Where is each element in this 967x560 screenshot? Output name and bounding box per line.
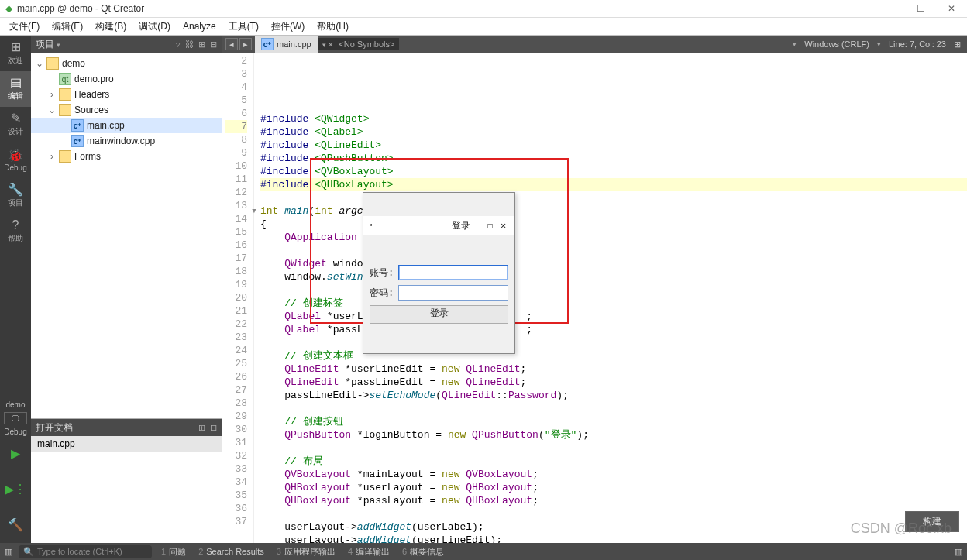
menu-build[interactable]: 构建(B) [89, 19, 132, 35]
close-button[interactable]: ✕ [936, 0, 967, 17]
chevron-down-icon[interactable]: ▾ [57, 41, 60, 49]
mode-projects[interactable]: 🔧项目 [0, 178, 31, 214]
add-icon[interactable]: ⊞ [198, 40, 205, 50]
menu-file[interactable]: 文件(F) [3, 19, 46, 35]
mode-design[interactable]: ✎设计 [0, 107, 31, 143]
dialog-close-button[interactable]: ✕ [497, 220, 510, 232]
filter-icon[interactable]: ▿ [176, 40, 181, 50]
menu-tools[interactable]: 工具(T) [222, 19, 265, 35]
pencil-icon: ✎ [11, 112, 21, 125]
run-button[interactable]: ▶ [0, 436, 31, 472]
play-icon: ▶ [11, 448, 20, 460]
login-button[interactable]: 登录 [370, 305, 508, 324]
code-line[interactable] [260, 507, 967, 520]
mode-debug[interactable]: 🐞Debug [0, 143, 31, 178]
tree-item[interactable]: qtdemo.pro [31, 71, 222, 87]
mode-welcome[interactable]: ⊞欢迎 [0, 36, 31, 71]
open-docs-header: 打开文档 ⊞ ⊟ [31, 419, 222, 436]
tree-item-label: main.cpp [87, 120, 125, 131]
back-icon[interactable]: ◂ [225, 38, 238, 50]
code-line[interactable]: QHBoxLayout *userLayout = new QHBoxLayou… [260, 481, 967, 494]
split-editor-icon[interactable]: ⊞ [954, 40, 961, 50]
editor-area: ◂ ▸ c⁺ main.cpp ▾ ✕ <No Symbols> ▾ Windo… [222, 36, 967, 543]
code-line[interactable]: QHBoxLayout *passLayout = new QHBoxLayou… [260, 494, 967, 507]
username-input[interactable] [398, 265, 508, 280]
tree-item[interactable]: ⌄demo [31, 56, 222, 71]
status-output-tab[interactable]: 4 编译输出 [345, 546, 393, 558]
debug-run-button[interactable]: ▶⋮ [0, 472, 31, 507]
twisty-icon[interactable]: › [48, 151, 56, 162]
tree-item[interactable]: c⁺main.cpp [31, 118, 222, 133]
code-line[interactable]: #include <QVBoxLayout> [260, 165, 967, 178]
menu-window[interactable]: 控件(W) [265, 19, 311, 35]
twisty-icon[interactable]: › [48, 89, 56, 100]
code-line[interactable]: QVBoxLayout *mainLayout = new QVBoxLayou… [260, 468, 967, 481]
window-icon: ▫ [368, 220, 373, 231]
tree-item[interactable]: c⁺mainwindow.cpp [31, 133, 222, 149]
app-icon: ◆ [3, 3, 14, 14]
code-line[interactable]: QPushButton *loginButton = new QPushButt… [260, 428, 967, 441]
folder-icon [59, 88, 71, 101]
target-selector[interactable]: demo 🖵 Debug [0, 400, 31, 436]
code-line[interactable]: // 布局 [260, 455, 967, 468]
maximize-button[interactable]: ☐ [905, 0, 936, 17]
open-doc-item[interactable]: main.cpp [31, 436, 222, 452]
status-output-tab[interactable]: 6 概要信息 [399, 546, 447, 558]
code-line[interactable]: #include <QPushButton> [260, 152, 967, 165]
play-bug-icon: ▶⋮ [5, 483, 26, 496]
code-line[interactable] [260, 441, 967, 455]
code-line[interactable]: QLineEdit *passLineEdit = new QLineEdit; [260, 376, 967, 389]
cpp-icon: c⁺ [71, 135, 84, 147]
dialog-max-button[interactable]: ☐ [484, 220, 497, 232]
code-line[interactable]: #include <QLabel> [260, 125, 967, 139]
mode-edit[interactable]: ▤编辑 [0, 71, 31, 107]
split-icon[interactable]: ⊟ [210, 40, 217, 50]
project-pane-header: 项目 ▾ ▿ ⛓ ⊞ ⊟ [31, 36, 222, 53]
menu-debug[interactable]: 调试(D) [132, 19, 177, 35]
tree-item[interactable]: ›Forms [31, 149, 222, 164]
code-line[interactable] [260, 402, 967, 415]
tree-item-label: demo.pro [74, 74, 114, 84]
minimize-button[interactable]: — [874, 0, 905, 17]
twisty-icon[interactable]: ⌄ [36, 58, 43, 69]
close-pane-icon[interactable]: ⊟ [210, 423, 217, 433]
menu-help[interactable]: 帮助(H) [311, 19, 355, 35]
code-line[interactable]: #include <QWidget> [260, 112, 967, 125]
locator-search[interactable]: 🔍 Type to locate (Ctrl+K) [19, 545, 152, 558]
code-line[interactable]: #include <QLineEdit> [260, 139, 967, 152]
tree-item-label: Sources [74, 105, 108, 115]
tree-item[interactable]: ⌄Sources [31, 102, 222, 118]
tree-item-label: Headers [74, 89, 109, 100]
build-button[interactable]: 🔨 [0, 507, 31, 543]
code-line[interactable]: #include <QHBoxLayout> [260, 178, 967, 191]
cursor-position[interactable]: Line: 7, Col: 23 [889, 40, 946, 49]
status-output-tab[interactable]: 1 问题 [158, 546, 189, 558]
bug-icon: 🐞 [8, 149, 23, 162]
add-icon[interactable]: ⊞ [198, 423, 205, 433]
status-output-tab[interactable]: 3 应用程序输出 [274, 546, 339, 558]
status-output-tab[interactable]: 2 Search Results [195, 546, 267, 558]
encoding-label[interactable]: Windows (CRLF) [804, 40, 869, 49]
help-icon: ? [12, 219, 19, 232]
cpp-icon: c⁺ [71, 119, 84, 132]
project-tree[interactable]: ⌄demoqtdemo.pro›Headers⌄Sourcesc⁺main.cp… [31, 53, 222, 418]
password-input[interactable] [398, 285, 508, 301]
toggle-left-pane-icon[interactable]: ▥ [5, 547, 12, 557]
tree-item[interactable]: ›Headers [31, 87, 222, 102]
toggle-right-pane-icon[interactable]: ▥ [955, 547, 962, 557]
link-icon[interactable]: ⛓ [185, 40, 194, 50]
pro-icon: qt [59, 73, 71, 85]
twisty-icon[interactable]: ⌄ [48, 105, 56, 115]
forward-icon[interactable]: ▸ [239, 38, 252, 50]
symbol-selector[interactable]: ▾ ✕ <No Symbols> [318, 38, 400, 50]
folder-icon [59, 104, 71, 116]
dialog-min-button[interactable]: — [470, 220, 484, 231]
code-line[interactable]: // 创建按钮 [260, 415, 967, 428]
code-line[interactable]: passLineEdit->setEchoMode(QLineEdit::Pas… [260, 389, 967, 402]
code-line[interactable]: QLineEdit *userLineEdit = new QLineEdit; [260, 362, 967, 376]
mode-help[interactable]: ?帮助 [0, 214, 31, 249]
menu-analyze[interactable]: Analyze [177, 19, 222, 33]
code-editor[interactable]: 2345678910111213141516171819202122232425… [222, 53, 967, 543]
file-tab[interactable]: c⁺ main.cpp [255, 36, 318, 53]
menu-edit[interactable]: 编辑(E) [46, 19, 89, 35]
